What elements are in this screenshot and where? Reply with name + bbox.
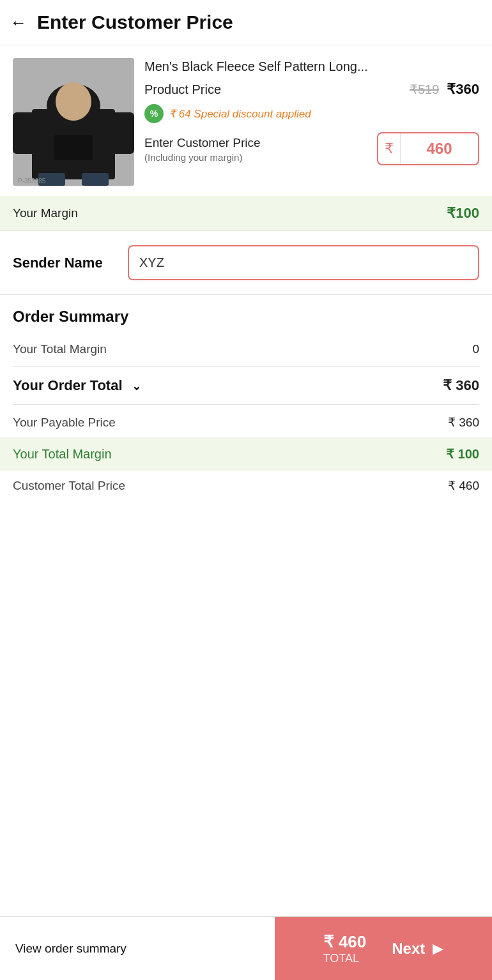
product-name: Men's Black Fleece Self Pattern Long... <box>144 58 479 75</box>
original-price: ₹519 <box>410 82 439 97</box>
next-button-inner: ₹ 460 TOTAL Next ▶ <box>323 932 444 965</box>
rupee-prefix-icon: ₹ <box>378 133 401 164</box>
discount-badge-icon: % <box>144 104 164 123</box>
page-title: Enter Customer Price <box>37 11 233 33</box>
chevron-down-icon: ⌄ <box>132 379 141 393</box>
summary-green-margin-value: ₹ 100 <box>446 446 479 462</box>
view-order-summary-label: View order summary <box>15 942 127 956</box>
svg-point-3 <box>56 82 91 121</box>
summary-row-customer-total: Customer Total Price ₹ 460 <box>13 471 479 501</box>
summary-order-total-value: ₹ 360 <box>443 377 479 394</box>
back-button[interactable]: ← <box>10 13 27 33</box>
discounted-price: ₹360 <box>447 81 479 98</box>
next-arrow-icon: ▶ <box>433 940 443 957</box>
price-row: Product Price ₹519 ₹360 <box>144 81 479 98</box>
next-label: Next <box>392 940 425 958</box>
customer-price-label: Enter Customer Price <box>144 135 261 152</box>
summary-payable-label: Your Payable Price <box>13 416 116 430</box>
summary-margin-label: Your Total Margin <box>13 342 107 356</box>
customer-price-sublabel: (Including your margin) <box>144 152 261 163</box>
bottom-bar: View order summary ₹ 460 TOTAL Next ▶ <box>0 916 492 980</box>
sender-name-input[interactable] <box>128 245 479 280</box>
summary-row-order-total[interactable]: Your Order Total ⌄ ₹ 360 <box>13 370 479 402</box>
header: ← Enter Customer Price <box>0 0 492 45</box>
product-price-label: Product Price <box>144 82 221 97</box>
customer-price-input-wrapper[interactable]: ₹ <box>377 132 479 165</box>
summary-order-total-label: Your Order Total ⌄ <box>13 377 141 394</box>
summary-payable-value: ₹ 360 <box>448 415 479 430</box>
your-margin-value: ₹100 <box>447 205 479 222</box>
customer-price-label-block: Enter Customer Price (Including your mar… <box>144 135 261 163</box>
your-margin-row: Your Margin ₹100 <box>0 196 492 230</box>
summary-customer-value: ₹ 460 <box>448 478 479 493</box>
next-total-label: TOTAL <box>323 952 359 965</box>
svg-rect-10 <box>82 173 109 186</box>
sender-section: Sender Name <box>0 231 492 295</box>
your-margin-label: Your Margin <box>13 206 78 220</box>
order-summary-section: Order Summary Your Total Margin 0 Your O… <box>0 295 492 501</box>
summary-row-payable: Your Payable Price ₹ 360 <box>13 407 479 437</box>
view-order-summary-button[interactable]: View order summary <box>0 917 275 980</box>
discount-badge-row: % ₹ 64 Special discount applied <box>144 104 479 123</box>
summary-row-green-margin: Your Total Margin ₹ 100 <box>0 437 492 471</box>
summary-divider-1 <box>13 366 479 367</box>
product-section: P-353985 Men's Black Fleece Self Pattern… <box>0 45 492 186</box>
next-button[interactable]: ₹ 460 TOTAL Next ▶ <box>275 917 492 980</box>
svg-rect-8 <box>54 135 93 160</box>
next-text-block: ₹ 460 TOTAL <box>323 932 367 965</box>
summary-row-total-margin: Your Total Margin 0 <box>13 335 479 364</box>
summary-divider-2 <box>13 404 479 405</box>
svg-rect-6 <box>13 112 37 154</box>
summary-green-margin-label: Your Total Margin <box>13 447 112 462</box>
summary-customer-label: Customer Total Price <box>13 479 125 493</box>
sender-name-label: Sender Name <box>13 255 115 271</box>
customer-price-input[interactable] <box>401 140 478 158</box>
bottom-spacer <box>0 501 492 577</box>
svg-rect-7 <box>110 112 134 154</box>
order-summary-title: Order Summary <box>13 308 479 326</box>
next-total-amount: ₹ 460 <box>323 932 367 952</box>
svg-text:P-353985: P-353985 <box>18 177 46 185</box>
discount-text: ₹ 64 Special discount applied <box>169 107 311 121</box>
product-info: Men's Black Fleece Self Pattern Long... … <box>144 58 479 186</box>
product-image: P-353985 <box>13 58 134 186</box>
summary-margin-value: 0 <box>472 342 479 356</box>
price-values: ₹519 ₹360 <box>410 81 479 98</box>
customer-price-row: Enter Customer Price (Including your mar… <box>144 132 479 165</box>
